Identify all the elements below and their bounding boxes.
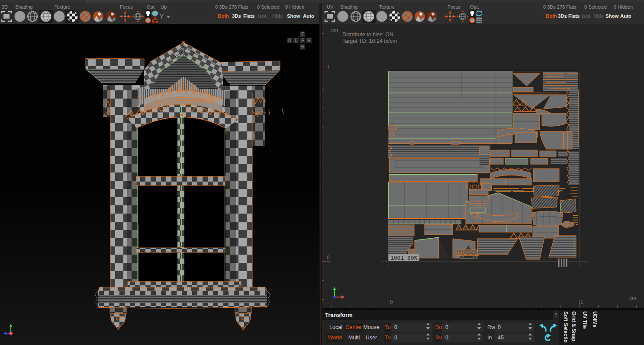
svg-text:0: 0 [327,255,330,261]
svg-text:Distribute to tiles: ON: Distribute to tiles: ON [342,32,393,38]
svg-text:1001 80%: 1001 80% [390,255,418,262]
svg-text:F: F [301,38,304,43]
svg-text:L: L [295,38,297,43]
svg-text:Y: Y [160,13,164,20]
svg-text:Target TD: 10.24 tx/cm: Target TD: 10.24 tx/cm [342,38,397,44]
svg-text:T: T [301,32,304,37]
svg-text:cm: cm [629,295,636,301]
svg-text:B: B [301,45,304,49]
svg-text:1: 1 [580,299,583,305]
svg-text:0: 0 [390,299,393,305]
svg-text:R: R [307,38,310,43]
svg-text:B: B [288,38,291,43]
svg-text:cm: cm [331,27,338,33]
svg-text:1: 1 [327,64,330,70]
